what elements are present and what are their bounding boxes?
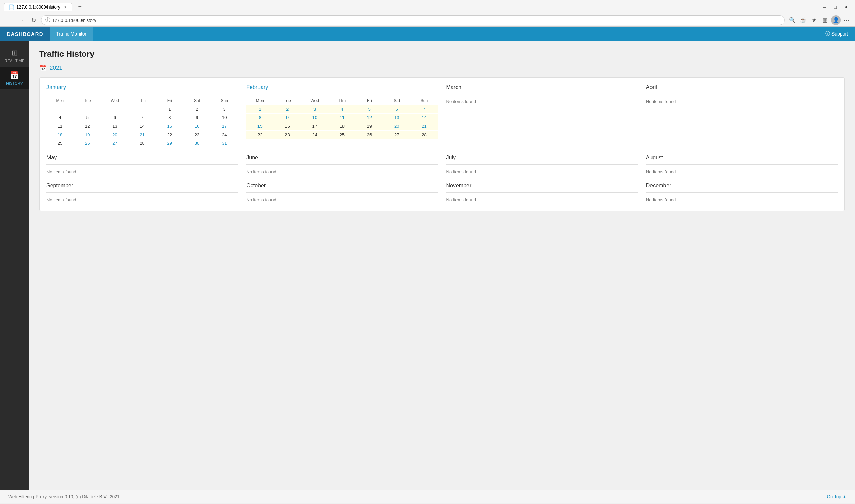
jan-day-20[interactable]: 20 <box>101 131 128 139</box>
sidebar-item-realtime[interactable]: ⊞ REAL TIME <box>0 44 29 67</box>
jan-hdr-mon: Mon <box>46 98 74 104</box>
june-no-items: No items found <box>246 168 438 176</box>
maximize-button[interactable]: □ <box>830 2 840 12</box>
jan-day-19[interactable]: 19 <box>74 131 101 139</box>
jan-day-15[interactable]: 15 <box>156 122 183 130</box>
feb-day-4[interactable]: 4 <box>328 105 356 113</box>
jan-day-23: 23 <box>183 131 211 139</box>
year-header: 📅 2021 <box>39 64 845 72</box>
feb-day-15[interactable]: 15 <box>246 122 274 130</box>
jan-day-3: 3 <box>211 105 238 113</box>
nav-traffic-monitor[interactable]: Traffic Monitor <box>50 27 93 41</box>
feb-day-6[interactable]: 6 <box>383 105 410 113</box>
footer: Web Filtering Proxy, version 0.10, (c) D… <box>0 490 855 503</box>
feb-hdr-wed: Wed <box>301 98 328 104</box>
window-controls: ─ □ ✕ <box>819 2 851 12</box>
favorites-button[interactable]: ★ <box>809 15 819 25</box>
search-button[interactable]: 🔍 <box>787 15 797 25</box>
jan-day-12: 12 <box>74 122 101 130</box>
month-title-may: May <box>46 155 238 161</box>
jan-week-2: 4 5 6 7 8 9 10 <box>46 114 238 122</box>
jan-day-30[interactable]: 30 <box>183 139 211 147</box>
year-label[interactable]: 2021 <box>50 65 62 71</box>
feb-day-12[interactable]: 12 <box>356 114 383 122</box>
page-title: Traffic History <box>39 49 845 59</box>
feb-day-13[interactable]: 13 <box>383 114 410 122</box>
jan-day-6: 6 <box>101 114 128 122</box>
jan-day-25: 25 <box>46 139 74 147</box>
jan-hdr-sun: Sun <box>211 98 238 104</box>
sidebar-realtime-label: REAL TIME <box>5 59 24 63</box>
feb-day-21[interactable]: 21 <box>410 122 438 130</box>
profile-icon[interactable]: 👤 <box>831 15 841 25</box>
sidebar-item-history[interactable]: 📅 HISTORY <box>0 67 29 89</box>
month-june: June No items found <box>246 155 438 176</box>
jan-day-18[interactable]: 18 <box>46 131 74 139</box>
jan-day-1: 1 <box>156 105 183 113</box>
month-january: January Mon Tue Wed Thu Fri Sat Sun <box>46 84 238 148</box>
feb-day-2[interactable]: 2 <box>274 105 301 113</box>
month-may: May No items found <box>46 155 238 176</box>
back-button[interactable]: ← <box>4 15 14 25</box>
jan-day-29[interactable]: 29 <box>156 139 183 147</box>
jan-hdr-thu: Thu <box>129 98 156 104</box>
april-no-items: No items found <box>646 98 838 106</box>
nav-support[interactable]: ⓘ Support <box>818 31 855 37</box>
jan-day-4: 4 <box>46 114 74 122</box>
new-tab-button[interactable]: + <box>75 2 85 12</box>
jan-hdr-sat: Sat <box>183 98 211 104</box>
feb-day-10[interactable]: 10 <box>301 114 328 122</box>
feb-day-8[interactable]: 8 <box>246 114 274 122</box>
tab-title: 127.0.0.1:8000/history <box>16 4 60 10</box>
jan-day-2: 2 <box>183 105 211 113</box>
feb-day-14[interactable]: 14 <box>410 114 438 122</box>
address-bar[interactable]: ⓘ 127.0.0.1:8000/history <box>41 15 785 25</box>
month-title-june: June <box>246 155 438 161</box>
feb-day-25: 25 <box>328 131 356 139</box>
feb-day-20[interactable]: 20 <box>383 122 410 130</box>
browser-chrome: 📄 127.0.0.1:8000/history ✕ + ─ □ ✕ ← → ↻… <box>0 0 855 27</box>
jan-day-empty4 <box>129 105 156 113</box>
jan-day-14: 14 <box>129 122 156 130</box>
jan-day-17[interactable]: 17 <box>211 122 238 130</box>
jan-hdr-tue: Tue <box>74 98 101 104</box>
feb-day-1[interactable]: 1 <box>246 105 274 113</box>
february-day-headers: Mon Tue Wed Thu Fri Sat Sun <box>246 98 438 104</box>
feb-day-26: 26 <box>356 131 383 139</box>
extensions-button[interactable]: ☕ <box>798 15 808 25</box>
nav-brand[interactable]: DASHBOARD <box>0 27 50 41</box>
december-no-items: No items found <box>646 196 838 204</box>
feb-day-5[interactable]: 5 <box>356 105 383 113</box>
grid-icon: ⊞ <box>12 48 18 57</box>
forward-button[interactable]: → <box>16 15 26 25</box>
months-grid: January Mon Tue Wed Thu Fri Sat Sun <box>46 84 838 204</box>
month-march: March No items found <box>446 84 638 148</box>
feb-day-7[interactable]: 7 <box>410 105 438 113</box>
minimize-button[interactable]: ─ <box>819 2 829 12</box>
month-title-december: December <box>646 183 838 189</box>
more-button[interactable]: ⋯ <box>842 16 851 24</box>
on-top-button[interactable]: On Top ▲ <box>827 494 847 499</box>
browser-tab[interactable]: 📄 127.0.0.1:8000/history ✕ <box>4 3 72 11</box>
collections-button[interactable]: ▦ <box>820 15 830 25</box>
march-no-items: No items found <box>446 98 638 106</box>
support-label: Support <box>831 31 848 37</box>
jan-day-26[interactable]: 26 <box>74 139 101 147</box>
refresh-button[interactable]: ↻ <box>29 15 38 25</box>
tab-close-button[interactable]: ✕ <box>62 4 68 10</box>
close-button[interactable]: ✕ <box>841 2 851 12</box>
feb-day-17: 17 <box>301 122 328 130</box>
jan-day-11: 11 <box>46 122 74 130</box>
jan-week-5: 25 26 27 28 29 30 31 <box>46 139 238 147</box>
feb-day-3[interactable]: 3 <box>301 105 328 113</box>
calendar-icon: 📅 <box>10 71 19 80</box>
feb-day-9[interactable]: 9 <box>274 114 301 122</box>
jan-day-31[interactable]: 31 <box>211 139 238 147</box>
main-body: ⊞ REAL TIME 📅 HISTORY Traffic History 📅 … <box>0 41 855 490</box>
feb-day-11[interactable]: 11 <box>328 114 356 122</box>
feb-hdr-sat: Sat <box>383 98 410 104</box>
jan-day-16[interactable]: 16 <box>183 122 211 130</box>
jan-day-21[interactable]: 21 <box>129 131 156 139</box>
address-info-icon: ⓘ <box>45 17 50 23</box>
jan-day-27[interactable]: 27 <box>101 139 128 147</box>
